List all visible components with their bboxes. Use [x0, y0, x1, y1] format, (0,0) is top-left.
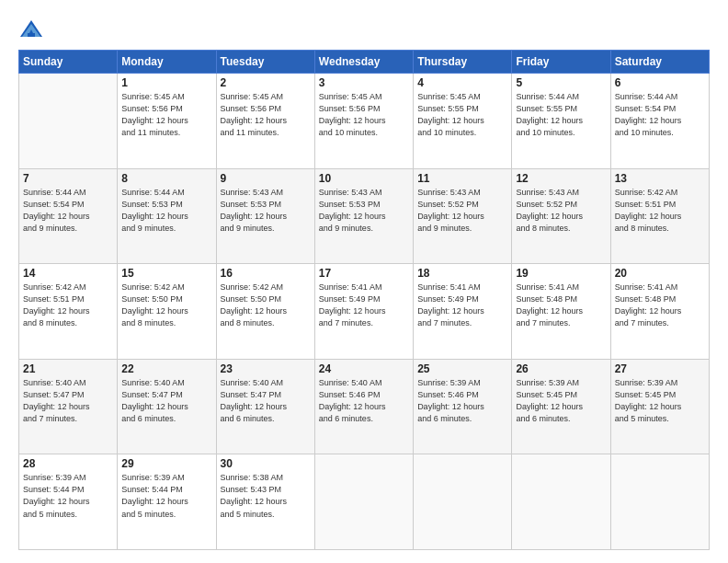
weekday-header-row: SundayMondayTuesdayWednesdayThursdayFrid… [19, 51, 710, 74]
day-info: Sunrise: 5:39 AM Sunset: 5:44 PM Dayligh… [121, 472, 211, 520]
calendar-cell: 1Sunrise: 5:45 AM Sunset: 5:56 PM Daylig… [118, 74, 216, 169]
calendar-cell: 14Sunrise: 5:42 AM Sunset: 5:51 PM Dayli… [19, 264, 118, 360]
day-info: Sunrise: 5:43 AM Sunset: 5:52 PM Dayligh… [516, 187, 606, 235]
day-number: 22 [121, 362, 211, 375]
calendar-cell: 20Sunrise: 5:41 AM Sunset: 5:48 PM Dayli… [610, 264, 709, 360]
day-number: 15 [121, 267, 211, 280]
weekday-header-thursday: Thursday [414, 51, 512, 74]
day-number: 24 [319, 362, 409, 375]
day-number: 16 [221, 267, 311, 280]
weekday-header-tuesday: Tuesday [216, 51, 314, 74]
calendar-cell [512, 454, 610, 550]
calendar-week-row: 1Sunrise: 5:45 AM Sunset: 5:56 PM Daylig… [19, 74, 710, 169]
calendar-cell [314, 454, 413, 550]
calendar-cell: 22Sunrise: 5:40 AM Sunset: 5:47 PM Dayli… [118, 359, 216, 454]
weekday-header-wednesday: Wednesday [314, 51, 413, 74]
day-number: 25 [417, 362, 507, 375]
calendar-cell [414, 454, 512, 550]
day-number: 5 [516, 76, 606, 89]
day-number: 6 [615, 76, 705, 89]
day-number: 10 [319, 172, 409, 185]
day-info: Sunrise: 5:44 AM Sunset: 5:54 PM Dayligh… [615, 91, 705, 139]
day-info: Sunrise: 5:41 AM Sunset: 5:48 PM Dayligh… [516, 282, 606, 329]
calendar-week-row: 28Sunrise: 5:39 AM Sunset: 5:44 PM Dayli… [19, 454, 710, 550]
day-info: Sunrise: 5:45 AM Sunset: 5:56 PM Dayligh… [319, 91, 409, 139]
day-number: 13 [615, 172, 705, 185]
calendar-cell: 18Sunrise: 5:41 AM Sunset: 5:49 PM Dayli… [414, 264, 512, 360]
day-info: Sunrise: 5:42 AM Sunset: 5:50 PM Dayligh… [121, 282, 211, 329]
calendar-cell: 4Sunrise: 5:45 AM Sunset: 5:55 PM Daylig… [414, 74, 512, 169]
day-number: 23 [221, 362, 311, 375]
calendar-cell: 9Sunrise: 5:43 AM Sunset: 5:53 PM Daylig… [216, 168, 314, 264]
svg-rect-2 [28, 33, 35, 37]
day-info: Sunrise: 5:38 AM Sunset: 5:43 PM Dayligh… [221, 472, 311, 520]
day-info: Sunrise: 5:39 AM Sunset: 5:44 PM Dayligh… [23, 472, 113, 520]
calendar-week-row: 21Sunrise: 5:40 AM Sunset: 5:47 PM Dayli… [19, 359, 710, 454]
header [18, 17, 710, 42]
day-number: 21 [23, 362, 113, 375]
day-info: Sunrise: 5:39 AM Sunset: 5:46 PM Dayligh… [417, 377, 507, 425]
day-info: Sunrise: 5:40 AM Sunset: 5:47 PM Dayligh… [23, 377, 113, 425]
day-number: 19 [516, 267, 606, 280]
calendar-cell: 29Sunrise: 5:39 AM Sunset: 5:44 PM Dayli… [118, 454, 216, 550]
day-info: Sunrise: 5:42 AM Sunset: 5:50 PM Dayligh… [221, 282, 311, 329]
calendar-cell: 12Sunrise: 5:43 AM Sunset: 5:52 PM Dayli… [512, 168, 610, 264]
page: SundayMondayTuesdayWednesdayThursdayFrid… [0, 0, 728, 563]
weekday-header-monday: Monday [118, 51, 216, 74]
calendar-cell: 13Sunrise: 5:42 AM Sunset: 5:51 PM Dayli… [610, 168, 709, 264]
calendar-cell: 11Sunrise: 5:43 AM Sunset: 5:52 PM Dayli… [414, 168, 512, 264]
day-number: 28 [23, 457, 113, 470]
day-number: 9 [221, 172, 311, 185]
day-info: Sunrise: 5:41 AM Sunset: 5:49 PM Dayligh… [319, 282, 409, 329]
day-info: Sunrise: 5:40 AM Sunset: 5:47 PM Dayligh… [121, 377, 211, 425]
calendar-cell [610, 454, 709, 550]
day-number: 4 [417, 76, 507, 89]
logo-icon [18, 17, 44, 42]
day-info: Sunrise: 5:39 AM Sunset: 5:45 PM Dayligh… [615, 377, 705, 425]
calendar-cell: 24Sunrise: 5:40 AM Sunset: 5:46 PM Dayli… [314, 359, 413, 454]
logo [18, 17, 48, 42]
calendar-cell: 16Sunrise: 5:42 AM Sunset: 5:50 PM Dayli… [216, 264, 314, 360]
day-info: Sunrise: 5:43 AM Sunset: 5:53 PM Dayligh… [319, 187, 409, 235]
calendar-cell: 26Sunrise: 5:39 AM Sunset: 5:45 PM Dayli… [512, 359, 610, 454]
calendar-week-row: 14Sunrise: 5:42 AM Sunset: 5:51 PM Dayli… [19, 264, 710, 360]
day-info: Sunrise: 5:41 AM Sunset: 5:49 PM Dayligh… [417, 282, 507, 329]
weekday-header-saturday: Saturday [610, 51, 709, 74]
day-number: 29 [121, 457, 211, 470]
day-number: 11 [417, 172, 507, 185]
calendar-cell: 7Sunrise: 5:44 AM Sunset: 5:54 PM Daylig… [19, 168, 118, 264]
day-info: Sunrise: 5:42 AM Sunset: 5:51 PM Dayligh… [615, 187, 705, 235]
day-info: Sunrise: 5:44 AM Sunset: 5:55 PM Dayligh… [516, 91, 606, 139]
day-number: 8 [121, 172, 211, 185]
day-number: 7 [23, 172, 113, 185]
day-info: Sunrise: 5:39 AM Sunset: 5:45 PM Dayligh… [516, 377, 606, 425]
day-number: 12 [516, 172, 606, 185]
day-number: 18 [417, 267, 507, 280]
day-number: 14 [23, 267, 113, 280]
calendar-cell: 28Sunrise: 5:39 AM Sunset: 5:44 PM Dayli… [19, 454, 118, 550]
day-info: Sunrise: 5:40 AM Sunset: 5:46 PM Dayligh… [319, 377, 409, 425]
day-number: 2 [221, 76, 311, 89]
day-number: 3 [319, 76, 409, 89]
day-number: 26 [516, 362, 606, 375]
calendar-cell: 30Sunrise: 5:38 AM Sunset: 5:43 PM Dayli… [216, 454, 314, 550]
weekday-header-friday: Friday [512, 51, 610, 74]
calendar-cell: 17Sunrise: 5:41 AM Sunset: 5:49 PM Dayli… [314, 264, 413, 360]
calendar-cell: 6Sunrise: 5:44 AM Sunset: 5:54 PM Daylig… [610, 74, 709, 169]
day-number: 1 [121, 76, 211, 89]
calendar-cell: 19Sunrise: 5:41 AM Sunset: 5:48 PM Dayli… [512, 264, 610, 360]
day-info: Sunrise: 5:44 AM Sunset: 5:54 PM Dayligh… [23, 187, 113, 235]
calendar-cell: 27Sunrise: 5:39 AM Sunset: 5:45 PM Dayli… [610, 359, 709, 454]
day-number: 30 [221, 457, 311, 470]
day-number: 20 [615, 267, 705, 280]
day-number: 27 [615, 362, 705, 375]
day-info: Sunrise: 5:43 AM Sunset: 5:52 PM Dayligh… [417, 187, 507, 235]
calendar-cell: 10Sunrise: 5:43 AM Sunset: 5:53 PM Dayli… [314, 168, 413, 264]
day-info: Sunrise: 5:41 AM Sunset: 5:48 PM Dayligh… [615, 282, 705, 329]
day-info: Sunrise: 5:45 AM Sunset: 5:56 PM Dayligh… [121, 91, 211, 139]
calendar-cell: 5Sunrise: 5:44 AM Sunset: 5:55 PM Daylig… [512, 74, 610, 169]
calendar-cell: 23Sunrise: 5:40 AM Sunset: 5:47 PM Dayli… [216, 359, 314, 454]
calendar-cell: 25Sunrise: 5:39 AM Sunset: 5:46 PM Dayli… [414, 359, 512, 454]
calendar-cell: 2Sunrise: 5:45 AM Sunset: 5:56 PM Daylig… [216, 74, 314, 169]
calendar-cell: 8Sunrise: 5:44 AM Sunset: 5:53 PM Daylig… [118, 168, 216, 264]
